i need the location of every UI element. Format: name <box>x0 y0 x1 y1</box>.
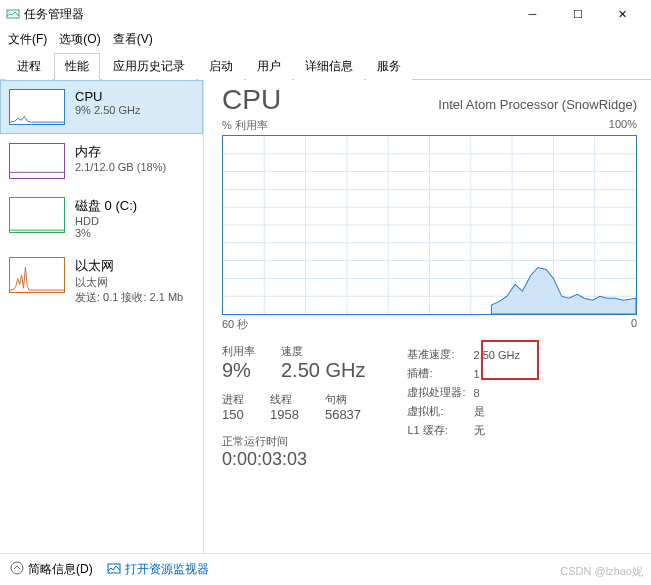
stat-thread-lbl: 线程 <box>270 392 299 407</box>
perf-sidebar: CPU 9% 2.50 GHz 内存 2.1/12.0 GB (18%) 磁盘 … <box>0 80 204 557</box>
minimize-button[interactable]: ─ <box>510 0 555 28</box>
right-vproc-lbl: 虚拟处理器: <box>407 384 471 401</box>
tab-services[interactable]: 服务 <box>366 53 412 80</box>
sidebar-cpu-sub: 9% 2.50 GHz <box>75 104 140 116</box>
stat-util-lbl: 利用率 <box>222 344 255 359</box>
stat-proc-lbl: 进程 <box>222 392 244 407</box>
sidebar-disk-sub1: HDD <box>75 215 137 227</box>
chevron-up-icon <box>10 561 24 578</box>
tab-startup[interactable]: 启动 <box>198 53 244 80</box>
tab-details[interactable]: 详细信息 <box>294 53 364 80</box>
stat-right-col: 基准速度:2.50 GHz 插槽:1 虚拟处理器:8 虚拟机:是 L1 缓存:无 <box>405 344 528 470</box>
uptime-val: 0:00:03:03 <box>222 449 365 470</box>
uptime-lbl: 正常运行时间 <box>222 434 365 449</box>
sidebar-memory-title: 内存 <box>75 143 166 161</box>
sidebar-memory-sub: 2.1/12.0 GB (18%) <box>75 161 166 173</box>
right-l1-lbl: L1 缓存: <box>407 422 471 439</box>
right-l1-val: 无 <box>474 422 526 439</box>
maximize-button[interactable]: ☐ <box>555 0 600 28</box>
sidebar-item-disk[interactable]: 磁盘 0 (C:) HDD 3% <box>0 188 203 248</box>
resmon-icon <box>107 561 121 578</box>
stat-speed-lbl: 速度 <box>281 344 365 359</box>
sidebar-item-memory[interactable]: 内存 2.1/12.0 GB (18%) <box>0 134 203 188</box>
tab-bar: 进程 性能 应用历史记录 启动 用户 详细信息 服务 <box>0 50 651 80</box>
sidebar-disk-title: 磁盘 0 (C:) <box>75 197 137 215</box>
fewer-details-button[interactable]: 简略信息(D) <box>10 561 93 578</box>
tab-performance[interactable]: 性能 <box>54 53 100 80</box>
detail-heading: CPU <box>222 84 281 116</box>
window-title: 任务管理器 <box>24 6 84 23</box>
footer: 简略信息(D) 打开资源监视器 <box>0 553 651 585</box>
stat-proc-val: 150 <box>222 407 244 422</box>
sidebar-eth-sub2: 发送: 0.1 接收: 2.1 Mb <box>75 290 183 305</box>
sidebar-cpu-title: CPU <box>75 89 140 104</box>
menu-view[interactable]: 查看(V) <box>109 29 157 50</box>
tab-app-history[interactable]: 应用历史记录 <box>102 53 196 80</box>
app-icon <box>6 6 20 23</box>
stat-handle-lbl: 句柄 <box>325 392 361 407</box>
right-vproc-val: 8 <box>474 384 526 401</box>
stat-thread-val: 1958 <box>270 407 299 422</box>
resource-monitor-link[interactable]: 打开资源监视器 <box>107 561 209 578</box>
sidebar-disk-sub2: 3% <box>75 227 137 239</box>
tab-processes[interactable]: 进程 <box>6 53 52 80</box>
memory-thumb <box>9 143 65 179</box>
cpu-chart <box>222 135 637 315</box>
chart-xright: 0 <box>631 317 637 332</box>
chart-ylabel: % 利用率 <box>222 118 268 133</box>
detail-panel: CPU Intel Atom Processor (SnowRidge) % 利… <box>204 80 651 557</box>
ethernet-thumb <box>9 257 65 293</box>
right-vm-val: 是 <box>474 403 526 420</box>
disk-thumb <box>9 197 65 233</box>
stat-handle-val: 56837 <box>325 407 361 422</box>
cpu-thumb <box>9 89 65 125</box>
chart-ymax: 100% <box>609 118 637 133</box>
stat-util-val: 9% <box>222 359 255 382</box>
sidebar-eth-sub1: 以太网 <box>75 275 183 290</box>
right-vm-lbl: 虚拟机: <box>407 403 471 420</box>
menu-file[interactable]: 文件(F) <box>4 29 51 50</box>
right-basespeed-lbl: 基准速度: <box>407 346 471 363</box>
sidebar-eth-title: 以太网 <box>75 257 183 275</box>
svg-point-19 <box>11 562 23 574</box>
stat-speed-val: 2.50 GHz <box>281 359 365 382</box>
titlebar: 任务管理器 ─ ☐ ✕ <box>0 0 651 28</box>
sidebar-item-cpu[interactable]: CPU 9% 2.50 GHz <box>0 80 203 134</box>
watermark: CSDN @lzhao妮 <box>560 564 643 579</box>
close-button[interactable]: ✕ <box>600 0 645 28</box>
highlight-box <box>481 340 539 380</box>
right-sockets-lbl: 插槽: <box>407 365 471 382</box>
menu-options[interactable]: 选项(O) <box>55 29 104 50</box>
menubar: 文件(F) 选项(O) 查看(V) <box>0 28 651 50</box>
chart-xleft: 60 秒 <box>222 317 248 332</box>
sidebar-item-ethernet[interactable]: 以太网 以太网 发送: 0.1 接收: 2.1 Mb <box>0 248 203 314</box>
tab-users[interactable]: 用户 <box>246 53 292 80</box>
cpu-model: Intel Atom Processor (SnowRidge) <box>438 97 637 112</box>
